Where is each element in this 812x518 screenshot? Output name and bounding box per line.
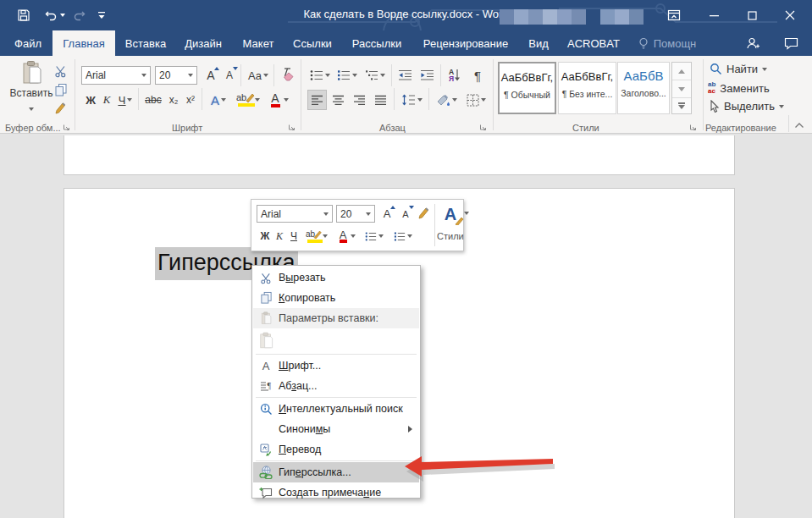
justify-button[interactable] (371, 90, 390, 110)
mini-font-color-dropdown-arrow[interactable] (351, 234, 356, 238)
bold-button[interactable]: Ж (83, 90, 98, 110)
paste-button[interactable]: Вставить (8, 60, 54, 119)
italic-button[interactable]: К (100, 90, 113, 110)
mini-font-color-button[interactable]: А (334, 227, 358, 245)
find-dropdown-arrow[interactable] (762, 68, 767, 71)
tab-tell-me[interactable]: Помощн (632, 30, 703, 56)
redo-button[interactable] (73, 8, 86, 22)
underline-dropdown-arrow[interactable] (127, 98, 132, 102)
shading-button[interactable] (433, 90, 460, 110)
styles-scroll-up[interactable] (672, 63, 691, 80)
show-formatting-marks-button[interactable]: ¶ (468, 64, 487, 86)
clear-formatting-button[interactable] (279, 67, 296, 82)
tab-file[interactable]: Файл (7, 30, 49, 56)
mini-shrink-font-button[interactable]: А (397, 205, 414, 223)
increase-indent-button[interactable] (417, 66, 437, 85)
styles-scroll-down[interactable] (672, 80, 691, 97)
styles-gallery-scrollbar[interactable] (671, 62, 692, 114)
mini-bullets-dropdown-arrow[interactable] (378, 234, 384, 238)
format-painter-button[interactable] (54, 102, 68, 115)
tab-acrobat[interactable]: ACROBAT (562, 30, 625, 56)
numbering-dropdown-arrow[interactable] (352, 74, 357, 77)
menu-item-smart-lookup[interactable]: Интеллектуальный поиск (253, 399, 419, 419)
undo-dropdown-arrow[interactable] (60, 14, 65, 17)
tab-mailings[interactable]: Рассылки (345, 30, 408, 56)
maximize-button[interactable] (737, 0, 766, 30)
find-button[interactable]: Найти (710, 63, 767, 75)
decrease-indent-button[interactable] (395, 66, 415, 85)
text-effects-dropdown-arrow[interactable] (221, 98, 226, 102)
mini-bullets-button[interactable] (362, 227, 387, 245)
minimize-button[interactable] (699, 0, 728, 30)
cut-button[interactable] (54, 64, 68, 78)
mini-underline-button[interactable]: Ч (287, 227, 301, 245)
mini-grow-font-button[interactable]: А (378, 205, 395, 223)
shading-dropdown-arrow[interactable] (452, 98, 457, 102)
sort-button[interactable]: АЯ (444, 64, 466, 86)
bullets-button[interactable] (307, 66, 333, 85)
tab-view[interactable]: Вид (520, 30, 557, 56)
line-spacing-button[interactable] (398, 90, 425, 110)
highlight-dropdown-arrow[interactable] (255, 98, 260, 102)
mini-italic-button[interactable]: К (273, 227, 285, 245)
tab-home[interactable]: Главная (52, 30, 115, 56)
underline-button[interactable]: Ч (115, 90, 135, 110)
paragraph-dialog-launcher[interactable] (479, 124, 488, 132)
font-size-dropdown-arrow[interactable] (188, 74, 193, 77)
tab-references[interactable]: Ссылки (286, 30, 339, 56)
ribbon-display-options-button[interactable] (667, 8, 681, 22)
font-name-combobox[interactable]: Arial (81, 66, 151, 85)
mini-numbering-button[interactable] (390, 227, 416, 245)
highlight-button[interactable]: ab (234, 90, 262, 110)
select-dropdown-arrow[interactable] (779, 105, 784, 108)
tab-insert[interactable]: Вставка (119, 30, 173, 56)
menu-item-paste-keep-text[interactable] (253, 328, 419, 352)
change-case-button[interactable]: Aa (245, 66, 272, 85)
tab-review[interactable]: Рецензирование (418, 30, 513, 56)
save-button[interactable] (17, 8, 30, 22)
replace-button[interactable]: abас Заменить (708, 81, 770, 95)
paste-dropdown-arrow[interactable] (29, 107, 34, 111)
tab-layout[interactable]: Макет (235, 30, 282, 56)
superscript-button[interactable]: x² (183, 90, 198, 110)
line-spacing-dropdown-arrow[interactable] (417, 98, 423, 102)
font-color-dropdown-arrow[interactable] (284, 98, 289, 102)
styles-gallery-more[interactable] (672, 97, 691, 113)
styles-dialog-launcher[interactable] (689, 124, 698, 132)
multilevel-list-button[interactable] (362, 66, 389, 85)
menu-item-font[interactable]: А Шрифт... (253, 355, 419, 376)
mini-font-size-combobox[interactable]: 20 (336, 205, 375, 223)
share-button[interactable] (745, 37, 760, 50)
text-effects-button[interactable]: А (206, 90, 231, 110)
document-area[interactable]: Гиперссылка Arial 20 А А А Ж К Ч (0, 134, 812, 518)
grow-font-button[interactable]: А (202, 66, 219, 85)
borders-dropdown-arrow[interactable] (481, 98, 486, 102)
menu-item-new-comment[interactable]: Создать примечание (253, 482, 419, 503)
select-button[interactable]: Выделить (710, 100, 784, 113)
copy-button[interactable] (54, 83, 68, 97)
comments-button[interactable] (784, 37, 798, 50)
menu-item-paragraph[interactable]: ¶ Абзац... (253, 376, 419, 396)
mini-font-name-combobox[interactable]: Arial (257, 205, 333, 223)
undo-button[interactable] (44, 8, 65, 22)
tab-design[interactable]: Дизайн (176, 30, 230, 56)
mini-highlight-button[interactable]: ab (302, 227, 331, 245)
menu-item-translate[interactable]: Перевод (253, 439, 419, 460)
mini-numbering-dropdown-arrow[interactable] (407, 234, 412, 238)
mini-highlight-dropdown-arrow[interactable] (323, 234, 328, 238)
align-left-button[interactable] (307, 90, 327, 110)
font-name-dropdown-arrow[interactable] (141, 74, 146, 77)
close-button[interactable] (776, 0, 804, 30)
collapse-ribbon-button[interactable] (794, 122, 804, 129)
font-size-combobox[interactable]: 20 (155, 66, 197, 85)
align-right-button[interactable] (350, 90, 369, 110)
menu-item-cut[interactable]: Вырезать (253, 267, 419, 288)
align-center-button[interactable] (329, 90, 348, 110)
style-card-normal[interactable]: АаБбВвГг, ¶ Обычный (498, 62, 556, 114)
style-card-no-spacing[interactable]: АаБбВвГг, ¶ Без инте... (558, 62, 616, 114)
font-color-button[interactable]: А (266, 90, 291, 110)
customize-qat-button[interactable] (97, 10, 107, 20)
font-dialog-launcher[interactable] (288, 124, 296, 132)
strikethrough-button[interactable]: abc (142, 90, 164, 110)
clipboard-dialog-launcher[interactable] (63, 124, 71, 132)
